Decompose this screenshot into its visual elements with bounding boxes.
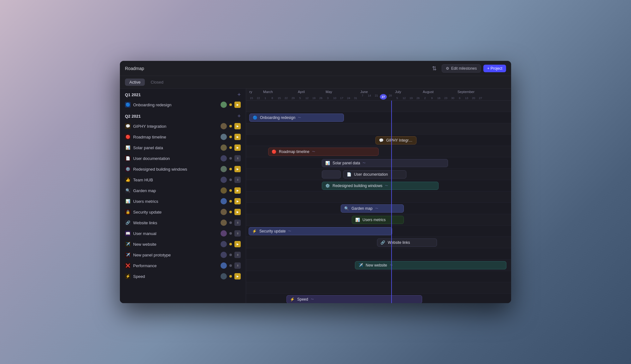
gantt-bar-solar[interactable]: 📊 Solar panel data 〜: [322, 159, 448, 167]
play-button[interactable]: ▶: [234, 241, 241, 247]
bar-label: GIPHY Integration: [386, 138, 413, 143]
bar-label: Speed: [297, 297, 308, 302]
avatar: [221, 209, 227, 215]
add-q2-button[interactable]: +: [237, 113, 241, 119]
project-row[interactable]: ✈️ New website ▶: [120, 239, 246, 250]
month-june: June 7 14 21 27 28: [358, 89, 393, 100]
project-row[interactable]: 📊 Users metrics ▶: [120, 196, 246, 207]
bar-squiggle: 〜: [311, 297, 314, 302]
project-row[interactable]: 📊 Solar panel data ▶: [120, 142, 246, 153]
project-row[interactable]: 🔗 Website links ⏸: [120, 217, 246, 228]
gantt-row-speed: ⚡ Speed 〜: [246, 294, 511, 303]
pause-button[interactable]: ⏸: [234, 230, 241, 237]
bar-icon: 📊: [355, 218, 360, 222]
project-icon: ⚡: [125, 273, 131, 279]
edit-milestones-button[interactable]: ⚙ Edit milestones: [442, 64, 481, 73]
gantt-row-gardenmap: 🔍 Garden map 〜: [246, 203, 511, 214]
gantt-bar-usersmetrics[interactable]: 📊 Users metrics: [352, 216, 404, 224]
gantt-bar-newwebsite[interactable]: ✈️ New website 〜: [355, 261, 506, 269]
project-row[interactable]: ❌ Performance ⏸: [120, 260, 246, 271]
project-name: Website links: [133, 220, 218, 225]
bar-label: New website: [366, 263, 387, 267]
project-row[interactable]: ⚙️ Redesigned building windows ▶: [120, 164, 246, 174]
month-april: April 5 12 19 26: [296, 89, 324, 100]
gantt-bar-onboarding[interactable]: 🔵 Onboarding redesign 〜: [249, 114, 344, 122]
status-dot: [229, 200, 232, 203]
project-row[interactable]: 🔵 Onboarding redesign ▶: [120, 99, 246, 110]
project-row[interactable]: 🔍 Garden map ▶: [120, 185, 246, 196]
project-icon: 📖: [125, 231, 131, 236]
project-icon: 🔍: [125, 188, 131, 193]
project-row[interactable]: 💬 GIPHY Integration ▶: [120, 121, 246, 132]
gantt-bar-userdoc2[interactable]: 📄 User documentation: [343, 170, 406, 179]
bar-label: Redesigned building windows: [333, 184, 382, 188]
pause-button[interactable]: ⏸: [234, 252, 241, 258]
main-layout: Q1 2021 + 🔵 Onboarding redesign ▶ Q2 202…: [120, 89, 511, 303]
bar-label: Solar panel data: [333, 161, 360, 165]
add-project-button[interactable]: + Project: [483, 65, 506, 72]
play-button[interactable]: ▶: [234, 209, 241, 215]
status-dot: [229, 103, 232, 106]
project-row[interactable]: 🔴 Roadmap timeline ▶: [120, 132, 246, 142]
add-q1-button[interactable]: +: [237, 92, 241, 97]
tab-closed[interactable]: Closed: [146, 79, 168, 86]
project-name: User manual: [133, 231, 218, 236]
pause-button[interactable]: ⏸: [234, 155, 241, 161]
gantt-bar-gardenmap[interactable]: 🔍 Garden map 〜: [341, 204, 404, 213]
project-name: Redesigned building windows: [133, 167, 218, 172]
avatar: [221, 155, 227, 161]
project-name: Performance: [133, 263, 218, 268]
play-button[interactable]: ▶: [234, 166, 241, 172]
gantt-bar-security[interactable]: ⚡ Security update 〜: [249, 227, 392, 235]
project-row[interactable]: 🔒 Security update ▶: [120, 207, 246, 217]
pause-button[interactable]: ⏸: [234, 220, 241, 226]
gantt-row-newpanel: [246, 271, 511, 282]
gantt-bar-redesigned[interactable]: ⚙️ Redesigned building windows 〜: [322, 182, 439, 190]
quarter-spacer-q2: [246, 123, 511, 135]
play-button[interactable]: ▶: [234, 134, 241, 140]
play-button[interactable]: ▶: [234, 187, 241, 194]
gantt-bar-websitelinks[interactable]: 🔗 Website links: [377, 238, 437, 247]
pause-button[interactable]: ⏸: [234, 177, 241, 183]
gantt-bar-giphy[interactable]: 💬 GIPHY Integration: [375, 136, 416, 144]
play-button[interactable]: ▶: [234, 273, 241, 279]
project-name: New panel prototype: [133, 253, 218, 257]
play-button[interactable]: ▶: [234, 144, 241, 151]
gantt-bar-speed[interactable]: ⚡ Speed 〜: [286, 295, 422, 303]
project-row[interactable]: ⚡ Speed ▶: [120, 271, 246, 282]
status-dot: [229, 264, 232, 267]
avatar: [221, 198, 227, 204]
project-icon: 📊: [125, 145, 131, 150]
project-name: GIPHY Integration: [133, 124, 218, 129]
filter-button[interactable]: ⇅: [429, 64, 439, 73]
avatar: [221, 187, 227, 194]
play-button[interactable]: ▶: [234, 102, 241, 108]
months-row: ry 15 22 March 1 8 15 22: [246, 89, 511, 101]
avatar: [221, 273, 227, 279]
timeline-area[interactable]: ry 15 22 March 1 8 15 22: [246, 89, 511, 303]
project-row[interactable]: 📄 User documentation ⏸: [120, 153, 246, 164]
status-dot: [229, 275, 232, 278]
project-name: Garden map: [133, 188, 218, 193]
pause-button[interactable]: ⏸: [234, 262, 241, 269]
status-dot: [229, 232, 232, 235]
project-row[interactable]: 📖 User manual ⏸: [120, 228, 246, 239]
play-button[interactable]: ▶: [234, 123, 241, 129]
month-july: July 5 12 19 26: [393, 89, 421, 100]
bar-squiggle: 〜: [312, 150, 315, 154]
gantt-bar-userdoc[interactable]: [322, 170, 341, 179]
project-row[interactable]: ✈️ New panel prototype ⏸: [120, 250, 246, 260]
avatar: [221, 241, 227, 247]
project-name: Users metrics: [133, 199, 218, 204]
header-actions: ⇅ ⚙ Edit milestones + Project: [429, 64, 506, 73]
project-name: Security update: [133, 210, 218, 214]
status-dot: [229, 146, 232, 149]
play-button[interactable]: ▶: [234, 198, 241, 204]
gantt-row-redesigned: ⚙️ Redesigned building windows 〜: [246, 180, 511, 191]
gantt-row-roadmap: 🔴 Roadmap timeline 〜: [246, 146, 511, 157]
gantt-bar-roadmap[interactable]: 🔴 Roadmap timeline 〜: [268, 148, 379, 156]
project-row[interactable]: 👍 Team HUB ⏸: [120, 174, 246, 185]
bar-label: Roadmap timeline: [279, 150, 310, 154]
avatar: [221, 134, 227, 140]
tab-active[interactable]: Active: [125, 79, 145, 86]
